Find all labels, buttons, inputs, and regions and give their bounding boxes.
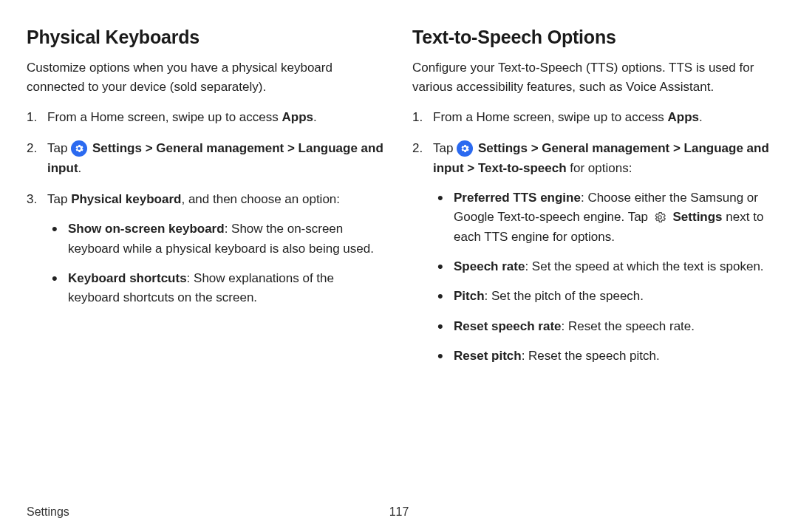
intro-physical-keyboards: Customize options when you have a physic…: [27, 58, 386, 96]
step-text: Tap: [433, 141, 457, 155]
step-text: From a Home screen, swipe up to access: [433, 110, 667, 124]
step-item: Tap Settings > General management > Lang…: [412, 139, 771, 366]
step-text: .: [78, 161, 82, 175]
option-label: Pitch: [454, 289, 485, 303]
step-text: , and then choose an option:: [181, 192, 340, 206]
list-item: Show on-screen keyboard: Show the on-scr…: [47, 219, 386, 259]
step-text: for options:: [567, 161, 632, 175]
option-text: : Reset the speech rate.: [562, 319, 695, 333]
step-item: Tap Settings > General management > Lang…: [27, 139, 386, 178]
right-column: Text-to-Speech Options Configure your Te…: [412, 27, 771, 378]
settings-gear-icon: [457, 140, 473, 157]
option-label: Preferred TTS engine: [454, 191, 581, 205]
step-text: .: [313, 110, 317, 124]
page-footer: Settings 117: [27, 505, 771, 519]
step-item: Tap Physical keyboard, and then choose a…: [27, 190, 386, 308]
list-item: Reset pitch: Reset the speech pitch.: [433, 347, 771, 366]
label-settings-inline: Settings: [673, 210, 723, 224]
step-text: .: [699, 110, 703, 124]
options-tts: Preferred TTS engine: Choose either the …: [433, 188, 771, 366]
label-apps: Apps: [667, 110, 699, 124]
settings-gear-icon: [71, 140, 87, 157]
settings-gear-outline-icon: [652, 209, 668, 225]
step-text: From a Home screen, swipe up to access: [47, 110, 282, 124]
option-label: Keyboard shortcuts: [68, 271, 187, 285]
option-text: : Set the pitch of the speech.: [485, 289, 644, 303]
list-item: Preferred TTS engine: Choose either the …: [433, 188, 771, 247]
footer-page-number: 117: [389, 505, 409, 519]
list-item: Keyboard shortcuts: Show explanations of…: [47, 269, 386, 308]
label-apps: Apps: [282, 110, 313, 124]
label-settings-path: Settings > General management > Language…: [47, 141, 383, 174]
svg-point-0: [658, 216, 662, 219]
list-item: Reset speech rate: Reset the speech rate…: [433, 317, 771, 336]
steps-tts: From a Home screen, swipe up to access A…: [412, 108, 771, 366]
step-text: Tap: [47, 192, 71, 206]
options-physical-keyboard: Show on-screen keyboard: Show the on-scr…: [47, 219, 386, 307]
left-column: Physical Keyboards Customize options whe…: [27, 27, 386, 378]
heading-physical-keyboards: Physical Keyboards: [27, 27, 386, 48]
option-text: : Set the speed at which the text is spo…: [525, 259, 763, 273]
footer-section-label: Settings: [27, 505, 69, 519]
list-item: Speech rate: Set the speed at which the …: [433, 257, 771, 276]
option-label: Reset speech rate: [454, 319, 562, 333]
option-label: Show on-screen keyboard: [68, 222, 225, 236]
step-text: Tap: [47, 141, 71, 155]
intro-tts-options: Configure your Text-to-Speech (TTS) opti…: [412, 58, 771, 96]
option-label: Speech rate: [454, 259, 525, 273]
label-physical-keyboard: Physical keyboard: [71, 192, 181, 206]
step-item: From a Home screen, swipe up to access A…: [27, 108, 386, 127]
option-label: Reset pitch: [454, 349, 522, 363]
step-item: From a Home screen, swipe up to access A…: [412, 108, 771, 127]
steps-physical-keyboards: From a Home screen, swipe up to access A…: [27, 108, 386, 308]
heading-tts-options: Text-to-Speech Options: [412, 27, 771, 48]
list-item: Pitch: Set the pitch of the speech.: [433, 287, 771, 306]
option-text: : Reset the speech pitch.: [522, 349, 660, 363]
